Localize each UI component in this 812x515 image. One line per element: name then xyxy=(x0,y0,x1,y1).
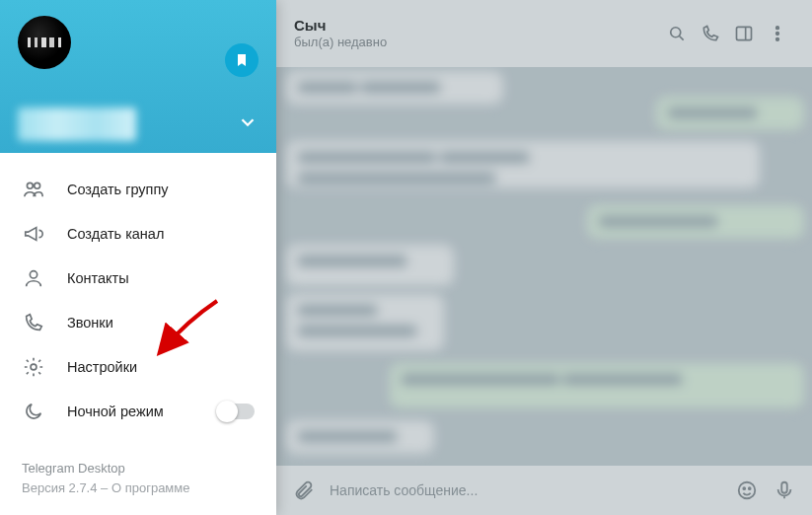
voice-icon[interactable] xyxy=(773,478,796,502)
gear-icon xyxy=(22,355,45,379)
moon-icon xyxy=(22,400,45,423)
about-link[interactable]: О программе xyxy=(111,480,190,495)
svg-point-4 xyxy=(671,28,681,37)
svg-point-13 xyxy=(749,487,751,489)
menu-new-group[interactable]: Создать группу xyxy=(0,167,276,211)
menu-label: Настройки xyxy=(67,359,137,375)
menu-label: Создать группу xyxy=(67,182,169,197)
app-name: Telegram Desktop xyxy=(22,459,255,478)
message-input[interactable] xyxy=(330,482,721,498)
app-footer: Telegram Desktop Версия 2.7.4 – О програ… xyxy=(0,459,276,515)
version-label: Версия xyxy=(22,480,69,495)
account-name xyxy=(18,108,136,141)
avatar[interactable] xyxy=(18,16,71,69)
megaphone-icon xyxy=(22,222,45,246)
svg-rect-14 xyxy=(781,482,787,493)
more-icon[interactable] xyxy=(761,17,794,50)
night-mode-toggle[interactable] xyxy=(217,404,255,419)
sidepanel-icon[interactable] xyxy=(727,17,761,50)
menu-label: Звонки xyxy=(67,315,113,331)
version-number: 2.7.4 xyxy=(69,480,98,495)
menu-new-channel[interactable]: Создать канал xyxy=(0,211,276,256)
svg-point-16 xyxy=(35,183,40,188)
svg-point-11 xyxy=(739,482,756,499)
menu-calls[interactable]: Звонки xyxy=(0,300,276,344)
svg-point-8 xyxy=(776,27,779,30)
menu-label: Создать канал xyxy=(67,226,164,242)
message-composer xyxy=(276,466,812,515)
menu-label: Ночной режим xyxy=(67,404,164,419)
svg-point-15 xyxy=(27,183,33,188)
attach-icon[interactable] xyxy=(292,478,316,502)
chevron-down-icon[interactable] xyxy=(237,111,258,137)
search-icon[interactable] xyxy=(660,17,694,50)
svg-point-17 xyxy=(30,270,37,277)
menu-contacts[interactable]: Контакты xyxy=(0,256,276,300)
profile-header xyxy=(0,0,276,153)
svg-point-18 xyxy=(31,364,37,370)
group-icon xyxy=(22,178,45,201)
svg-rect-6 xyxy=(737,27,752,39)
chat-title[interactable]: Сыч xyxy=(294,17,660,36)
svg-point-9 xyxy=(776,33,779,36)
svg-point-10 xyxy=(776,38,779,41)
main-menu: Создать группу Создать канал Контакты Зв… xyxy=(0,0,276,515)
chat-header: Сыч был(а) недавно xyxy=(276,0,812,67)
menu-settings[interactable]: Настройки xyxy=(0,344,276,389)
saved-messages-button[interactable] xyxy=(225,43,258,77)
chat-status: был(а) недавно xyxy=(294,35,660,50)
svg-point-12 xyxy=(743,487,745,489)
menu-label: Контакты xyxy=(67,270,129,286)
message-list xyxy=(276,67,812,466)
emoji-icon[interactable] xyxy=(735,478,759,502)
chat-area: Сыч был(а) недавно xyxy=(276,0,812,515)
contact-icon xyxy=(22,266,45,290)
phone-icon xyxy=(22,311,45,334)
call-icon[interactable] xyxy=(694,17,727,50)
svg-line-5 xyxy=(680,37,684,40)
menu-night-mode[interactable]: Ночной режим xyxy=(0,389,276,433)
